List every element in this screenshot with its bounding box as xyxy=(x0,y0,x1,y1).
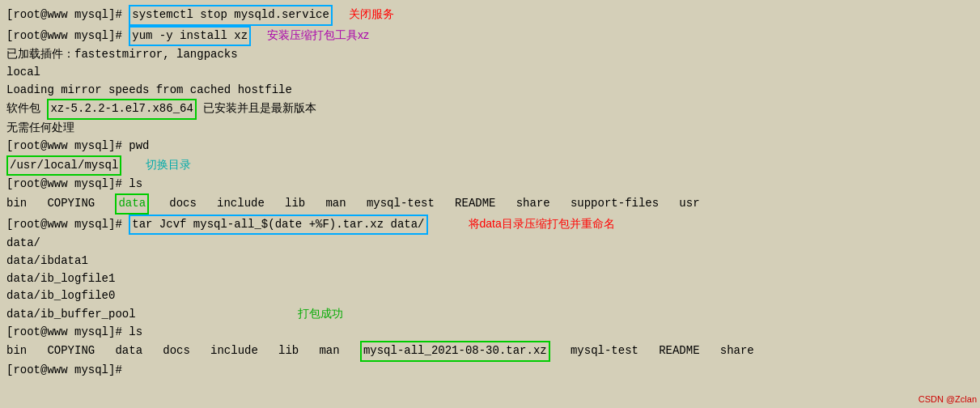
pkg-xz-version: xz-5.2.2-1.el7.x86_64 xyxy=(47,99,196,120)
line-4: local xyxy=(6,64,974,82)
cmd-stop-mysqld: systemctl stop mysqld.service xyxy=(129,5,333,26)
line-7: 无需任何处理 xyxy=(6,120,974,138)
ls2-suffix: mysql-test README share xyxy=(550,342,754,360)
prompt-18: [root@www mysql]# ls xyxy=(6,324,142,342)
prompt-20: [root@www mysql]# xyxy=(6,362,129,380)
annotation-pack-success: 打包成功 xyxy=(298,305,343,323)
prompt-1: [root@www mysql]# xyxy=(6,6,129,24)
line-17: data/ib_buffer_pool打包成功 xyxy=(6,305,974,324)
line-15: data/ib_logfile1 xyxy=(6,270,974,288)
tar-output-data: data/ xyxy=(6,235,40,253)
tar-output-ibdata1: data/ibdata1 xyxy=(6,253,88,270)
annotation-install-xz: 安装压缩打包工具xz xyxy=(267,27,369,45)
text-pkg-suffix: 已安装并且是最新版本 xyxy=(197,100,316,118)
prompt-8: [root@www mysql]# pwd xyxy=(6,138,149,155)
line-19: bin COPYING data docs include lib man my… xyxy=(6,341,974,362)
tar-output-ib-buffer-pool: data/ib_buffer_pool xyxy=(6,306,136,324)
line-18: [root@www mysql]# ls xyxy=(6,324,974,342)
annotation-tar-rename: 将data目录压缩打包并重命名 xyxy=(469,215,615,233)
line-10: [root@www mysql]# ls xyxy=(6,176,974,193)
watermark: CSDN @Zclan xyxy=(918,393,977,406)
prompt-2: [root@www mysql]# xyxy=(6,28,129,45)
tar-output-ib-logfile1: data/ib_logfile1 xyxy=(6,270,115,288)
line-20: [root@www mysql]# xyxy=(6,362,974,380)
cmd-yum-install-xz: yum -y install xz xyxy=(129,26,251,47)
ls2-prefix: bin COPYING data docs include lib man xyxy=(6,342,360,360)
text-loaded-plugins: 已加载插件：fastestmirror, langpacks xyxy=(6,46,238,64)
text-local: local xyxy=(6,64,40,82)
ls-data: data xyxy=(115,193,149,215)
line-12: [root@www mysql]# tar Jcvf mysql-all_$(d… xyxy=(6,215,974,236)
prompt-12: [root@www mysql]# xyxy=(6,216,129,234)
text-no-process: 无需任何处理 xyxy=(6,120,74,138)
annotation-close-service: 关闭服务 xyxy=(349,6,394,23)
ls-rest1: docs include lib man mysql-test README s… xyxy=(149,195,700,213)
line-3: 已加载插件：fastestmirror, langpacks xyxy=(6,46,974,64)
terminal: [root@www mysql]# systemctl stop mysqld.… xyxy=(0,0,980,408)
annotation-switch-dir: 切换目录 xyxy=(146,156,191,174)
line-2: [root@www mysql]# yum -y install xz 安装压缩… xyxy=(6,26,974,47)
line-5: Loading mirror speeds from cached hostfi… xyxy=(6,82,974,100)
prompt-10: [root@www mysql]# ls xyxy=(6,176,142,193)
text-loading-mirror: Loading mirror speeds from cached hostfi… xyxy=(6,82,292,100)
ls2-tar-file: mysql-all_2021-08-30.tar.xz xyxy=(360,341,550,362)
line-13: data/ xyxy=(6,235,974,253)
line-1: [root@www mysql]# systemctl stop mysqld.… xyxy=(6,5,974,26)
line-16: data/ib_logfile0 xyxy=(6,287,974,305)
path-usr-local-mysql: /usr/local/mysql xyxy=(6,155,121,176)
line-8: [root@www mysql]# pwd xyxy=(6,138,974,155)
ls-bin: bin COPYING xyxy=(6,195,115,213)
line-9: /usr/local/mysql切换目录 xyxy=(6,155,974,176)
cmd-tar-backup: tar Jcvf mysql-all_$(date +%F).tar.xz da… xyxy=(129,215,427,236)
line-11: bin COPYING data docs include lib man my… xyxy=(6,193,974,215)
tar-output-ib-logfile0: data/ib_logfile0 xyxy=(6,287,115,305)
line-6: 软件包 xz-5.2.2-1.el7.x86_64 已安装并且是最新版本 xyxy=(6,99,974,120)
text-pkg-prefix: 软件包 xyxy=(6,100,47,118)
line-14: data/ibdata1 xyxy=(6,253,974,270)
